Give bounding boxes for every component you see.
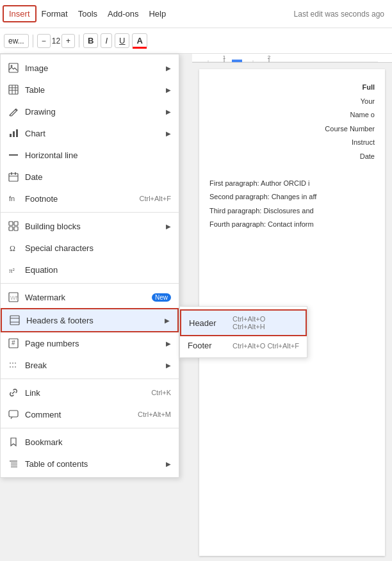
date-label: Date [25,172,171,182]
svg-rect-17 [14,222,18,225]
watermark-badge: New [152,293,171,302]
document-ruler: 1 2 [192,54,392,63]
link-shortcut: Ctrl+K [151,389,171,396]
svg-rect-19 [14,227,18,231]
doc-line-date: Date [209,151,375,163]
menu-item-special-characters[interactable]: ΩSpecial characters [1,237,179,259]
font-color-button[interactable]: A [132,33,147,48]
submenu-header[interactable]: Header Ctrl+Alt+O Ctrl+Alt+H [180,309,307,336]
menu-item-building-blocks[interactable]: Building blocks▶ [1,215,179,237]
svg-text:#: # [12,339,15,346]
underline-button[interactable]: U [115,33,129,48]
footnote-shortcut: Ctrl+Alt+F [139,195,171,202]
doc-line-p2: Second paragraph: Changes in aff [209,191,375,203]
doc-line-full: Full [209,82,375,94]
footer-shortcut: Ctrl+Alt+O Ctrl+Alt+F [233,342,299,350]
horizontal-line-icon [7,149,20,161]
svg-rect-9 [16,129,18,137]
image-arrow: ▶ [166,65,171,72]
table-of-contents-icon [7,457,20,470]
break-label: Break [25,361,161,370]
svg-rect-31 [9,411,18,417]
font-selector[interactable]: ew... [4,34,29,48]
equation-label: Equation [25,265,171,275]
bookmark-icon [7,435,20,448]
chart-arrow: ▶ [166,130,171,137]
comment-label: Comment [25,410,133,419]
font-size-control: − 12 + [37,34,75,48]
menu-item-date[interactable]: Date [1,166,179,188]
doc-line-p4: Fourth paragraph: Contact inform [209,219,375,231]
toolbar-separator-1 [33,35,33,47]
last-edit-status: Last edit was seconds ago [294,10,389,19]
italic-button[interactable]: I [101,33,112,48]
footnote-icon: fn [7,192,20,205]
doc-line-course: Course Number [209,124,375,135]
menu-item-footnote[interactable]: fnFootnoteCtrl+Alt+F [1,188,179,209]
break-icon [7,359,20,371]
font-size-increase[interactable]: + [61,34,75,48]
menu-help[interactable]: Help [143,6,171,21]
svg-rect-8 [13,131,15,137]
header-shortcut: Ctrl+Alt+O Ctrl+Alt+H [233,315,298,330]
doc-line-p3: Third paragraph: Disclosures and [209,206,375,217]
doc-line-your: Your [209,96,375,108]
special-characters-label: Special characters [25,243,171,253]
doc-line-name: Name o [209,110,375,121]
bold-button[interactable]: B [83,33,98,48]
image-icon [7,61,20,74]
menu-item-table[interactable]: Table▶ [1,79,179,101]
table-of-contents-label: Table of contents [25,459,161,469]
menu-tools[interactable]: Tools [73,6,102,21]
menu-item-watermark[interactable]: WMWatermarkNew [1,286,179,308]
menu-item-comment[interactable]: CommentCtrl+Alt+M [1,403,179,425]
doc-line-instructor: Instruct [209,137,375,149]
headers-footers-submenu: Header Ctrl+Alt+O Ctrl+Alt+H Footer Ctrl… [179,306,307,358]
svg-text:2: 2 [268,54,271,60]
menu-bar: Insert Format Tools Add-ons Help Last ed… [0,0,392,28]
menu-item-table-of-contents[interactable]: Table of contents▶ [1,453,179,475]
footnote-label: Footnote [25,194,134,204]
menu-item-link[interactable]: LinkCtrl+K [1,382,179,403]
drawing-label: Drawing [25,107,161,117]
image-label: Image [25,63,161,73]
menu-item-headers-footers[interactable]: Headers & footers▶ [1,308,179,332]
menu-item-drawing[interactable]: Drawing▶ [1,101,179,122]
svg-rect-7 [10,134,12,137]
menu-addons[interactable]: Add-ons [102,6,143,21]
menu-item-bookmark[interactable]: Bookmark [1,431,179,453]
drawing-icon [7,105,20,118]
menu-format[interactable]: Format [37,6,73,21]
svg-rect-18 [9,227,13,231]
doc-bold-full: Full [362,83,375,91]
submenu-footer[interactable]: Footer Ctrl+Alt+O Ctrl+Alt+F [180,336,307,355]
menu-item-image[interactable]: Image▶ [1,57,179,79]
headers-footers-icon [8,314,21,327]
menu-item-break[interactable]: Break▶ [1,354,179,376]
main-area: Image▶Table▶Drawing▶Chart▶Horizontal lin… [0,54,392,561]
link-icon [7,386,20,399]
menu-item-horizontal-line[interactable]: Horizontal line [1,144,179,166]
svg-text:fn: fn [9,195,15,202]
menu-item-chart[interactable]: Chart▶ [1,122,179,144]
menu-insert[interactable]: Insert [3,5,37,22]
toolbar: ew... − 12 + B I U A [0,28,392,54]
page-numbers-icon: # [7,337,20,350]
menu-item-page-numbers[interactable]: #Page numbers▶ [1,332,179,354]
menu-divider [1,283,179,284]
font-size-decrease[interactable]: − [37,34,51,48]
svg-rect-24 [10,316,19,325]
svg-rect-0 [9,63,18,72]
building-blocks-label: Building blocks [25,222,161,231]
svg-text:Ω: Ω [10,244,15,253]
font-size-value: 12 [52,37,60,45]
svg-rect-16 [9,222,13,225]
drawing-arrow: ▶ [166,108,171,115]
bookmark-label: Bookmark [25,437,171,447]
menu-item-equation[interactable]: π²Equation [1,259,179,280]
svg-text:WM: WM [10,295,19,301]
document-content: Full Your Name o Course Number Instruct … [209,82,375,231]
comment-icon [7,408,20,421]
equation-icon: π² [7,263,20,276]
watermark-icon: WM [7,291,20,304]
